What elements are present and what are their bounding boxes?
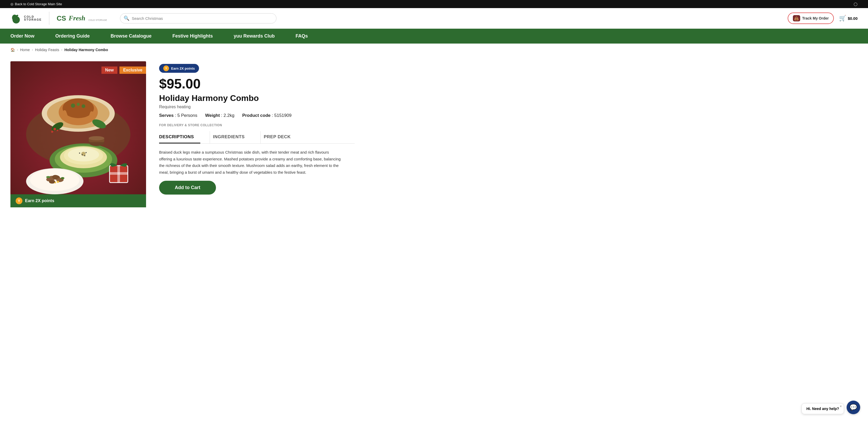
weight-label: Weight	[205, 113, 220, 118]
cart-icon: 🛒	[839, 15, 846, 22]
product-tabs: DESCRIPTIONS INGREDIENTS PREP DECK	[159, 131, 355, 144]
product-description: Braised duck legs make a sumptuous Chris…	[159, 149, 342, 176]
serves-value: :	[175, 113, 177, 118]
svg-point-18	[51, 131, 53, 133]
yuu-icon-bottom: Y	[16, 198, 23, 204]
cart-amount: $0.00	[848, 16, 858, 21]
svg-point-11	[77, 103, 80, 106]
weight-colon: :	[221, 113, 223, 118]
svg-point-12	[82, 104, 85, 108]
breadcrumb-home-link[interactable]: Home	[20, 48, 30, 52]
breadcrumb-parent-link[interactable]: Holiday Feasts	[35, 48, 59, 52]
chevron-icon-2: ›	[32, 48, 33, 52]
tab-divider-1	[210, 131, 210, 144]
cs-fresh-sub: COLD STORAGE	[88, 19, 107, 23]
cold-storage-logo: COLD STORAGE	[10, 12, 42, 24]
apple-logo-icon	[10, 12, 22, 24]
cs-logo: CS	[57, 14, 66, 23]
product-code-info: Product code : 5151909	[242, 113, 291, 118]
nav-item-festive-highlights[interactable]: Festive Highlights	[162, 29, 223, 43]
svg-point-17	[54, 128, 56, 130]
chevron-icon-1: ›	[17, 48, 18, 52]
cart-area[interactable]: 🛒 $0.00	[839, 15, 858, 22]
nav-bar: Order Now Ordering Guide Browse Catalogu…	[0, 29, 868, 43]
back-link-text[interactable]: Back to Cold Storage Main Site	[15, 2, 62, 6]
badge-exclusive: Exclusive	[120, 66, 146, 74]
product-price: $95.00	[159, 77, 355, 91]
nav-item-ordering-guide[interactable]: Ordering Guide	[45, 29, 100, 43]
header: COLD STORAGE CS Fresh COLD STORAGE 🔍 👜 T…	[0, 8, 868, 29]
svg-point-37	[61, 177, 64, 179]
nav-item-order-now[interactable]: Order Now	[0, 29, 45, 43]
weight-info: Weight : 2.2kg	[205, 113, 235, 118]
location-icon: ◯	[854, 2, 858, 6]
cs-fresh-logo: CS Fresh COLD STORAGE	[57, 14, 107, 23]
svg-rect-43	[110, 172, 128, 175]
svg-point-36	[46, 176, 50, 178]
delivery-note: FOR DELIVERY & STORE COLLECTION	[159, 123, 355, 127]
svg-point-38	[57, 181, 59, 183]
earn-points-bottom-label: Earn 2X points	[25, 199, 54, 203]
nav-item-yuu-rewards[interactable]: yuu Rewards Club	[223, 29, 285, 43]
product-meta: Serves : 5 Persons Weight : 2.2kg Produc…	[159, 113, 355, 118]
product-details: Y Earn 2X points $95.00 Holiday Harmony …	[159, 61, 355, 207]
tab-divider-2	[260, 131, 260, 144]
breadcrumb-current: Holiday Harmony Combo	[64, 48, 108, 52]
svg-point-27	[82, 154, 83, 155]
tab-prep-deck[interactable]: PREP DECK	[264, 131, 297, 144]
logo-text: COLD STORAGE	[24, 16, 42, 21]
header-actions: 👜 Track My Order 🛒 $0.00	[788, 12, 858, 24]
product-subtitle: Requires heating	[159, 104, 355, 109]
serves-val: 5 Persons	[177, 113, 197, 118]
bag-icon: 👜	[793, 15, 800, 21]
earn-points-bottom-banner: Y Earn 2X points	[10, 194, 146, 207]
product-code-val: 5151909	[274, 113, 291, 118]
nav-item-browse-catalogue[interactable]: Browse Catalogue	[100, 29, 162, 43]
search-icon: 🔍	[124, 16, 129, 21]
svg-point-35	[49, 180, 55, 184]
weight-val: 2.2kg	[223, 113, 235, 118]
search-bar: 🔍	[120, 13, 276, 24]
product-name: Holiday Harmony Combo	[159, 93, 355, 103]
search-input[interactable]	[120, 13, 276, 24]
product-code-label: Product code	[242, 113, 271, 118]
earn-2x-badge: Y Earn 2X points	[159, 64, 199, 73]
serves-info: Serves : 5 Persons	[159, 113, 197, 118]
location-pin-icon: ◎	[10, 2, 13, 6]
nav-item-faqs[interactable]: FAQs	[285, 29, 318, 43]
svg-point-26	[79, 153, 80, 154]
product-image-svg	[10, 61, 146, 207]
chevron-icon-3: ›	[61, 48, 62, 52]
main-content: New Exclusive Y Earn 2X points Y Earn 2X…	[0, 56, 365, 218]
svg-point-28	[86, 152, 87, 153]
track-order-button[interactable]: 👜 Track My Order	[788, 12, 834, 24]
earn-2x-label: Earn 2X points	[171, 66, 195, 70]
svg-point-31	[30, 169, 80, 191]
svg-point-10	[71, 103, 75, 108]
serves-label: Serves	[159, 113, 174, 118]
logo-storage: STORAGE	[24, 18, 42, 21]
svg-point-46	[89, 136, 104, 140]
tab-ingredients[interactable]: INGREDIENTS	[213, 131, 251, 144]
badge-new: New	[101, 66, 117, 74]
back-link-area[interactable]: ◎ Back to Cold Storage Main Site	[10, 2, 62, 6]
product-image-wrap: New Exclusive Y Earn 2X points	[10, 61, 146, 207]
product-image	[10, 61, 146, 207]
track-order-label: Track My Order	[802, 16, 829, 20]
tab-descriptions[interactable]: DESCRIPTIONS	[159, 131, 200, 144]
svg-point-19	[57, 130, 58, 131]
add-to-cart-button[interactable]: Add to Cart	[159, 181, 216, 194]
top-bar: ◎ Back to Cold Storage Main Site ◯	[0, 0, 868, 8]
fresh-logo: Fresh	[69, 14, 85, 22]
svg-point-29	[84, 155, 85, 156]
breadcrumb: 🏠 › Home › Holiday Feasts › Holiday Harm…	[0, 43, 868, 56]
svg-point-39	[55, 182, 56, 183]
yuu-badge-icon: Y	[163, 65, 169, 71]
home-icon[interactable]: 🏠	[10, 48, 15, 52]
